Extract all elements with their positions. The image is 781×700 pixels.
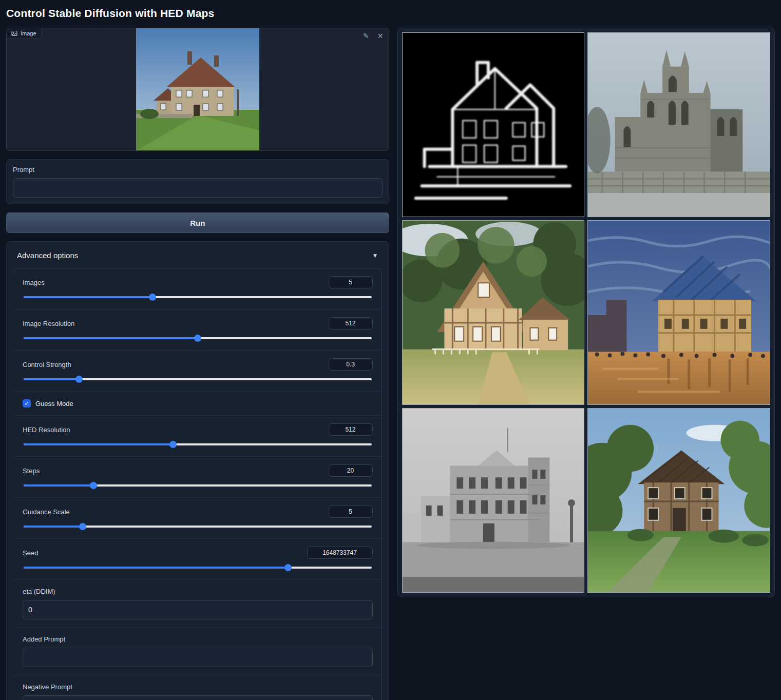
guidance-scale-value-input[interactable] — [329, 505, 373, 518]
control-strength-label: Control Strength — [23, 361, 71, 368]
images-slider[interactable] — [24, 296, 372, 298]
gallery-item-timber-house[interactable] — [587, 408, 770, 593]
prompt-input[interactable] — [13, 178, 383, 198]
hed-resolution-slider-row: HED Resolution — [14, 416, 381, 457]
gallery-item-hed-map[interactable] — [402, 32, 585, 217]
image-resolution-slider-row: Image Resolution — [14, 309, 381, 351]
guess-mode-row[interactable]: ✓ Guess Mode — [14, 392, 381, 416]
gallery-item-painterly-house[interactable] — [587, 220, 770, 405]
image-resolution-slider[interactable] — [24, 337, 372, 339]
image-icon — [11, 30, 17, 36]
advanced-options-panel: Advanced options ▼ Images — [6, 241, 389, 700]
image-label-text: Image — [21, 30, 36, 36]
gallery-item-bw-building[interactable] — [402, 408, 585, 593]
eta-row: eta (DDIM) — [14, 580, 381, 628]
gallery-item-house-painting[interactable] — [402, 220, 585, 405]
added-prompt-label: Added Prompt — [23, 635, 373, 643]
negative-prompt-input[interactable] — [23, 695, 373, 700]
clear-image-icon[interactable]: ✕ — [376, 31, 385, 41]
images-slider-row: Images — [14, 268, 381, 309]
hed-resolution-label: HED Resolution — [23, 426, 70, 434]
advanced-options-title: Advanced options — [17, 251, 78, 260]
seed-value-input[interactable] — [307, 547, 373, 559]
advanced-options-header[interactable]: Advanced options ▼ — [14, 249, 382, 268]
chevron-down-icon: ▼ — [372, 252, 378, 259]
image-resolution-label: Image Resolution — [23, 320, 74, 327]
guess-mode-label: Guess Mode — [35, 400, 73, 407]
added-prompt-row: Added Prompt — [14, 628, 381, 675]
steps-label: Steps — [23, 467, 40, 475]
seed-slider-row: Seed — [14, 539, 381, 580]
guess-mode-checkbox[interactable]: ✓ — [23, 399, 31, 407]
guidance-scale-slider[interactable] — [24, 526, 372, 528]
eta-label: eta (DDIM) — [23, 588, 373, 595]
guidance-scale-slider-thumb[interactable] — [79, 523, 86, 530]
steps-slider-row: Steps — [14, 457, 381, 498]
control-strength-value-input[interactable] — [329, 358, 373, 371]
app-root: Control Stable Diffusion with HED Maps I… — [0, 0, 781, 700]
image-component-label: Image — [7, 28, 42, 39]
hed-resolution-slider-thumb[interactable] — [169, 441, 177, 448]
control-strength-slider-thumb[interactable] — [75, 376, 83, 383]
seed-label: Seed — [23, 549, 38, 557]
images-slider-thumb[interactable] — [149, 294, 156, 301]
guidance-scale-label: Guidance Scale — [23, 508, 70, 516]
check-icon: ✓ — [24, 400, 29, 407]
seed-slider-thumb[interactable] — [284, 564, 292, 571]
added-prompt-input[interactable] — [23, 648, 373, 667]
prompt-label: Prompt — [13, 166, 383, 173]
hed-resolution-slider[interactable] — [24, 443, 372, 445]
controls-column: Image ✎ ✕ — [6, 28, 389, 700]
edit-image-icon[interactable]: ✎ — [362, 31, 370, 41]
seed-slider[interactable] — [24, 567, 372, 569]
steps-value-input[interactable] — [329, 464, 373, 477]
advanced-options-box: Images Image Resolution — [14, 268, 382, 700]
input-image-panel: Image ✎ ✕ — [6, 28, 389, 151]
output-gallery — [397, 28, 775, 597]
images-label: Images — [23, 279, 45, 286]
prompt-panel: Prompt — [6, 159, 389, 204]
image-resolution-slider-thumb[interactable] — [194, 335, 201, 342]
images-value-input[interactable] — [329, 276, 373, 288]
control-strength-slider-row: Control Strength — [14, 351, 381, 392]
steps-slider-thumb[interactable] — [90, 482, 97, 489]
image-resolution-value-input[interactable] — [329, 317, 373, 329]
control-strength-slider[interactable] — [24, 378, 372, 380]
page-title: Control Stable Diffusion with HED Maps — [6, 7, 775, 20]
negative-prompt-label: Negative Prompt — [23, 683, 373, 691]
guidance-scale-slider-row: Guidance Scale — [14, 498, 381, 539]
gallery-item-cathedral[interactable] — [587, 32, 770, 217]
uploaded-image[interactable] — [136, 28, 259, 151]
run-button[interactable]: Run — [6, 212, 389, 233]
hed-resolution-value-input[interactable] — [329, 423, 373, 436]
negative-prompt-row: Negative Prompt — [14, 675, 381, 700]
steps-slider[interactable] — [24, 484, 372, 487]
eta-input[interactable] — [23, 600, 373, 619]
